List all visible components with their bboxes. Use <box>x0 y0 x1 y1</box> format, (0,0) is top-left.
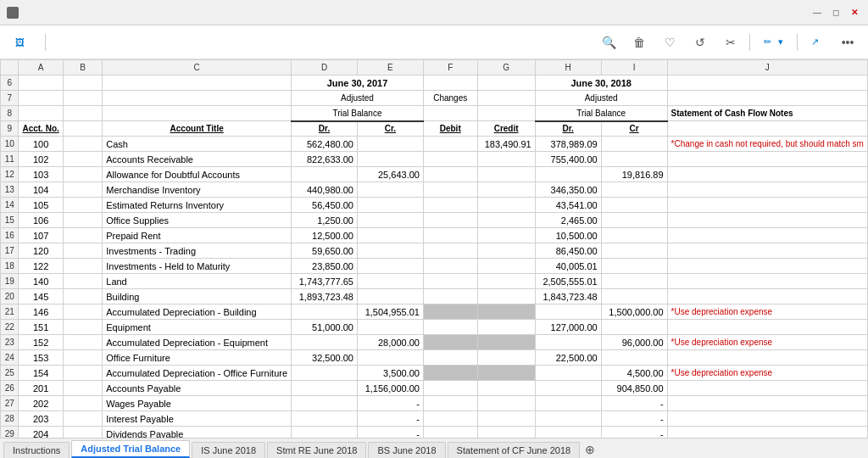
tab-stmt-re-june-2018[interactable]: Stmt RE June 2018 <box>267 442 366 458</box>
add-sheet-button[interactable]: ⊕ <box>581 441 598 458</box>
adjusted-2018-label: Adjusted <box>535 91 667 106</box>
delete-icon[interactable]: 🗑 <box>627 31 651 54</box>
cr-2017-cell <box>357 259 423 274</box>
acct-num-cell: 102 <box>19 152 63 167</box>
row-number: 27 <box>1 396 19 411</box>
dr-2017-cell: 59,650.00 <box>292 243 358 259</box>
toolbar-sep2 <box>749 34 750 51</box>
col-i-header[interactable]: I <box>601 60 667 75</box>
restore-button[interactable]: ◻ <box>829 6 843 20</box>
close-button[interactable]: ✕ <box>848 6 861 20</box>
acct-num-cell: 103 <box>19 167 63 182</box>
row-number: 22 <box>1 320 19 335</box>
acct-num-cell: 104 <box>19 182 63 198</box>
col-j-header[interactable]: J <box>667 60 867 75</box>
cr-2018-cell <box>601 228 667 243</box>
dr-2018-cell <box>535 304 601 320</box>
col-c-header[interactable]: C <box>103 60 292 75</box>
credit-cell <box>477 396 535 411</box>
note-cell: *Use depreciation expense <box>667 366 867 381</box>
dr-2018-cell: 2,465.00 <box>535 213 601 228</box>
spreadsheet-scroll[interactable]: A B C D E F G H I J 6 <box>0 59 868 438</box>
table-row: 28 203 Interest Payable - - <box>1 411 868 427</box>
cr-2018-cell <box>601 182 667 198</box>
table-row: 17 120 Investments - Trading 59,650.00 8… <box>1 243 868 259</box>
account-title-cell: Building <box>103 289 292 304</box>
tab-stmt-cf-june-2018[interactable]: Statement of CF June 2018 <box>448 442 581 458</box>
table-row: 18 122 Investments - Held to Maturity 23… <box>1 259 868 274</box>
note-cell <box>667 289 867 304</box>
cr-2018-cell <box>601 289 667 304</box>
share-button[interactable]: ↗ <box>804 33 829 51</box>
col-h-header[interactable]: H <box>535 60 601 75</box>
debit-cell <box>423 152 477 167</box>
app-icon <box>7 7 19 19</box>
crop-icon[interactable]: ✂ <box>719 31 743 54</box>
debit-cell <box>423 335 477 350</box>
table-row: 19 140 Land 1,743,777.65 2,505,555.01 <box>1 274 868 289</box>
cr-2018-cell: 1,500,000.00 <box>601 304 667 320</box>
add-to-button[interactable] <box>56 39 70 46</box>
row-number: 15 <box>1 213 19 228</box>
credit-cell <box>477 182 535 198</box>
debit-cell <box>423 304 477 320</box>
acct-num-cell: 145 <box>19 289 63 304</box>
tab-instructions[interactable]: Instructions <box>3 442 70 458</box>
credit-cell <box>477 366 535 381</box>
dr-2018-cell <box>535 411 601 427</box>
cr-2017-cell: - <box>357 427 423 438</box>
dr-2017-cell <box>292 304 358 320</box>
note-cell <box>667 381 867 396</box>
col-d-header[interactable]: D <box>292 60 358 75</box>
acct-num-cell: 151 <box>19 320 63 335</box>
edit-create-button[interactable]: ✏ ▾ <box>757 33 790 51</box>
tab-bs-june-2018[interactable]: BS June 2018 <box>368 442 445 458</box>
account-title-cell: Interest Payable <box>103 411 292 427</box>
account-title-cell: Accounts Receivable <box>103 152 292 167</box>
tab-adjusted-trial-balance[interactable]: Adjusted Trial Balance <box>71 440 190 458</box>
col-e-header[interactable]: E <box>357 60 423 75</box>
minimize-button[interactable]: — <box>810 6 824 20</box>
cr-2018-cell: 4,500.00 <box>601 366 667 381</box>
col-a-header[interactable]: A <box>19 60 63 75</box>
row-number: 12 <box>1 167 19 182</box>
credit-cell <box>477 350 535 366</box>
debit-cell <box>423 320 477 335</box>
col-b-header[interactable]: B <box>63 60 103 75</box>
credit-cell <box>477 274 535 289</box>
dr-2017-cell <box>292 381 358 396</box>
heart-icon[interactable]: ♡ <box>658 31 682 54</box>
acct-num-cell: 120 <box>19 243 63 259</box>
dr-2018-cell: 378,989.09 <box>535 137 601 152</box>
dr-2018-cell <box>535 335 601 350</box>
dr-2017-cell <box>292 396 358 411</box>
row-number: 10 <box>1 137 19 152</box>
col-g-header[interactable]: G <box>477 60 535 75</box>
dr-2017-cell: 1,893,723.48 <box>292 289 358 304</box>
col-f-header[interactable]: F <box>423 60 477 75</box>
dr-2018-cell: 40,005.01 <box>535 259 601 274</box>
cr-2017-cell: 1,156,000.00 <box>357 381 423 396</box>
row-number: 11 <box>1 152 19 167</box>
acct-num-cell: 153 <box>19 350 63 366</box>
cr-2017-cell: - <box>357 396 423 411</box>
credit-cell <box>477 167 535 182</box>
cr-2018-header: Cr <box>601 121 667 137</box>
note-cell <box>667 259 867 274</box>
cr-2018-cell <box>601 198 667 213</box>
cr-2018-cell <box>601 152 667 167</box>
debit-cell <box>423 182 477 198</box>
see-all-photos-button[interactable]: 🖼 <box>8 34 35 51</box>
more-options-icon[interactable]: ••• <box>836 31 860 54</box>
note-cell <box>667 350 867 366</box>
credit-cell <box>477 228 535 243</box>
tab-is-june-2018[interactable]: IS June 2018 <box>192 442 265 458</box>
cr-2017-cell <box>357 228 423 243</box>
account-title-cell: Dividends Payable <box>103 427 292 438</box>
rotate-icon[interactable]: ↺ <box>688 31 712 54</box>
dr-2018-cell <box>535 396 601 411</box>
zoom-in-icon[interactable]: 🔍 <box>597 31 620 54</box>
cr-2017-cell <box>357 182 423 198</box>
dr-2017-cell: 51,000.00 <box>292 320 358 335</box>
table-row: 11 102 Accounts Receivable 822,633.00 75… <box>1 152 868 167</box>
